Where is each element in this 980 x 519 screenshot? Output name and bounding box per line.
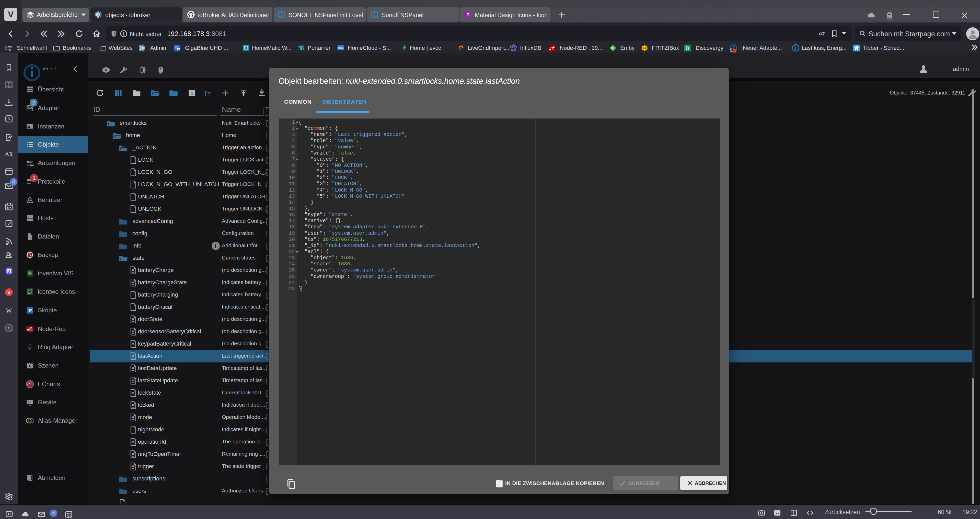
svg-text:A: A bbox=[818, 30, 822, 37]
svg-text:FRITZ!: FRITZ! bbox=[641, 47, 648, 49]
svg-text:T: T bbox=[204, 89, 208, 97]
svg-text:V: V bbox=[7, 290, 11, 295]
svg-text:T: T bbox=[207, 91, 210, 97]
svg-text:DSM: DSM bbox=[338, 47, 344, 50]
svg-text:1: 1 bbox=[191, 90, 193, 96]
svg-text:D: D bbox=[686, 46, 689, 51]
svg-text:W: W bbox=[177, 48, 180, 51]
svg-text:5: 5 bbox=[730, 48, 732, 52]
svg-text:A: A bbox=[5, 151, 9, 157]
svg-text:W: W bbox=[6, 307, 12, 314]
svg-text:P: P bbox=[467, 12, 470, 17]
svg-text:Node-RED: Node-RED bbox=[27, 330, 33, 331]
svg-text:JS: JS bbox=[28, 309, 32, 313]
